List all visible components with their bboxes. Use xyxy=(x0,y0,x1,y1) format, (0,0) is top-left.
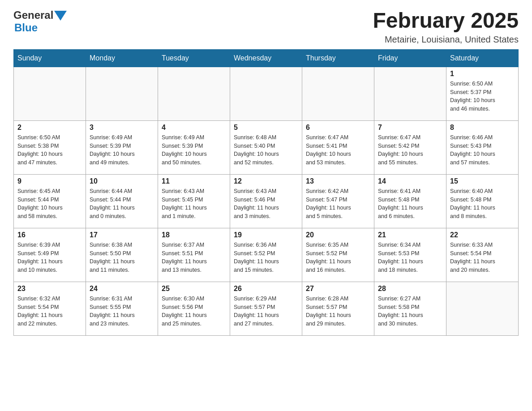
day-number: 15 xyxy=(450,177,515,185)
day-number: 9 xyxy=(17,177,82,185)
day-info: Sunrise: 6:31 AMSunset: 5:55 PMDaylight:… xyxy=(90,295,154,328)
day-number: 4 xyxy=(162,124,226,132)
day-number: 28 xyxy=(378,285,442,293)
day-number: 10 xyxy=(90,177,154,185)
svg-marker-0 xyxy=(54,11,67,21)
calendar-cell: 26Sunrise: 6:29 AMSunset: 5:57 PMDayligh… xyxy=(230,282,302,335)
logo-general-text: General xyxy=(13,9,53,21)
day-number: 17 xyxy=(90,231,154,239)
day-number: 13 xyxy=(306,177,370,185)
day-info: Sunrise: 6:47 AMSunset: 5:41 PMDaylight:… xyxy=(306,133,370,167)
calendar-cell: 4Sunrise: 6:49 AMSunset: 5:39 PMDaylight… xyxy=(158,120,230,174)
calendar-cell: 13Sunrise: 6:42 AMSunset: 5:47 PMDayligh… xyxy=(302,174,374,228)
month-title: February 2025 xyxy=(373,9,519,33)
logo-blue-text: Blue xyxy=(14,21,38,34)
calendar-cell: 10Sunrise: 6:44 AMSunset: 5:44 PMDayligh… xyxy=(86,174,158,228)
day-info: Sunrise: 6:33 AMSunset: 5:54 PMDaylight:… xyxy=(450,241,515,274)
calendar-cell: 17Sunrise: 6:38 AMSunset: 5:50 PMDayligh… xyxy=(86,228,158,282)
logo-arrow-icon xyxy=(54,11,67,21)
calendar-header-wednesday: Wednesday xyxy=(230,49,302,67)
day-number: 6 xyxy=(306,124,370,132)
day-info: Sunrise: 6:49 AMSunset: 5:39 PMDaylight:… xyxy=(90,133,154,167)
day-info: Sunrise: 6:43 AMSunset: 5:46 PMDaylight:… xyxy=(234,187,298,221)
day-info: Sunrise: 6:27 AMSunset: 5:58 PMDaylight:… xyxy=(378,295,442,328)
day-number: 18 xyxy=(162,231,226,239)
calendar-cell: 14Sunrise: 6:41 AMSunset: 5:48 PMDayligh… xyxy=(374,174,446,228)
calendar-week-4: 16Sunrise: 6:39 AMSunset: 5:49 PMDayligh… xyxy=(14,228,519,282)
calendar-cell: 8Sunrise: 6:46 AMSunset: 5:43 PMDaylight… xyxy=(446,120,519,174)
calendar-cell: 11Sunrise: 6:43 AMSunset: 5:45 PMDayligh… xyxy=(158,174,230,228)
day-info: Sunrise: 6:50 AMSunset: 5:38 PMDaylight:… xyxy=(17,133,82,167)
day-info: Sunrise: 6:46 AMSunset: 5:43 PMDaylight:… xyxy=(450,133,515,167)
day-number: 7 xyxy=(378,124,442,132)
day-info: Sunrise: 6:47 AMSunset: 5:42 PMDaylight:… xyxy=(378,133,442,167)
day-number: 21 xyxy=(378,231,442,239)
logo: General Blue xyxy=(13,9,67,34)
calendar-table: SundayMondayTuesdayWednesdayThursdayFrid… xyxy=(13,49,519,336)
calendar-cell: 2Sunrise: 6:50 AMSunset: 5:38 PMDaylight… xyxy=(14,120,86,174)
day-info: Sunrise: 6:35 AMSunset: 5:52 PMDaylight:… xyxy=(306,241,370,274)
day-number: 19 xyxy=(234,231,298,239)
day-info: Sunrise: 6:37 AMSunset: 5:51 PMDaylight:… xyxy=(162,241,226,274)
day-info: Sunrise: 6:39 AMSunset: 5:49 PMDaylight:… xyxy=(17,241,82,274)
day-number: 22 xyxy=(450,231,515,239)
calendar-cell: 19Sunrise: 6:36 AMSunset: 5:52 PMDayligh… xyxy=(230,228,302,282)
title-section: February 2025 Metairie, Louisiana, Unite… xyxy=(373,9,519,45)
calendar-week-3: 9Sunrise: 6:45 AMSunset: 5:44 PMDaylight… xyxy=(14,174,519,228)
calendar-cell: 7Sunrise: 6:47 AMSunset: 5:42 PMDaylight… xyxy=(374,120,446,174)
calendar-header-tuesday: Tuesday xyxy=(158,49,230,67)
calendar-cell xyxy=(374,67,446,120)
day-number: 25 xyxy=(162,285,226,293)
calendar-cell xyxy=(14,67,86,120)
day-info: Sunrise: 6:49 AMSunset: 5:39 PMDaylight:… xyxy=(162,133,226,167)
calendar-cell: 3Sunrise: 6:49 AMSunset: 5:39 PMDaylight… xyxy=(86,120,158,174)
day-info: Sunrise: 6:44 AMSunset: 5:44 PMDaylight:… xyxy=(90,187,154,221)
calendar-week-5: 23Sunrise: 6:32 AMSunset: 5:54 PMDayligh… xyxy=(14,282,519,335)
location-text: Metairie, Louisiana, United States xyxy=(373,34,519,45)
calendar-week-1: 1Sunrise: 6:50 AMSunset: 5:37 PMDaylight… xyxy=(14,67,519,120)
day-number: 16 xyxy=(17,231,82,239)
day-info: Sunrise: 6:41 AMSunset: 5:48 PMDaylight:… xyxy=(378,187,442,221)
calendar-cell: 18Sunrise: 6:37 AMSunset: 5:51 PMDayligh… xyxy=(158,228,230,282)
calendar-cell: 24Sunrise: 6:31 AMSunset: 5:55 PMDayligh… xyxy=(86,282,158,335)
calendar-header-saturday: Saturday xyxy=(446,49,519,67)
day-info: Sunrise: 6:28 AMSunset: 5:57 PMDaylight:… xyxy=(306,295,370,328)
calendar-cell xyxy=(302,67,374,120)
calendar-header-sunday: Sunday xyxy=(14,49,86,67)
calendar-cell xyxy=(158,67,230,120)
day-info: Sunrise: 6:50 AMSunset: 5:37 PMDaylight:… xyxy=(450,80,515,113)
day-info: Sunrise: 6:45 AMSunset: 5:44 PMDaylight:… xyxy=(17,187,82,221)
day-info: Sunrise: 6:30 AMSunset: 5:56 PMDaylight:… xyxy=(162,295,226,328)
day-info: Sunrise: 6:32 AMSunset: 5:54 PMDaylight:… xyxy=(17,295,82,328)
calendar-cell: 5Sunrise: 6:48 AMSunset: 5:40 PMDaylight… xyxy=(230,120,302,174)
day-info: Sunrise: 6:43 AMSunset: 5:45 PMDaylight:… xyxy=(162,187,226,221)
calendar-cell: 16Sunrise: 6:39 AMSunset: 5:49 PMDayligh… xyxy=(14,228,86,282)
calendar-cell: 21Sunrise: 6:34 AMSunset: 5:53 PMDayligh… xyxy=(374,228,446,282)
day-number: 26 xyxy=(234,285,298,293)
page-header: General Blue February 2025 Metairie, Lou… xyxy=(13,9,519,45)
day-number: 8 xyxy=(450,124,515,132)
calendar-cell xyxy=(86,67,158,120)
calendar-cell: 23Sunrise: 6:32 AMSunset: 5:54 PMDayligh… xyxy=(14,282,86,335)
day-number: 12 xyxy=(234,177,298,185)
day-number: 24 xyxy=(90,285,154,293)
calendar-cell: 20Sunrise: 6:35 AMSunset: 5:52 PMDayligh… xyxy=(302,228,374,282)
day-info: Sunrise: 6:40 AMSunset: 5:48 PMDaylight:… xyxy=(450,187,515,221)
calendar-cell xyxy=(230,67,302,120)
calendar-week-2: 2Sunrise: 6:50 AMSunset: 5:38 PMDaylight… xyxy=(14,120,519,174)
calendar-cell: 1Sunrise: 6:50 AMSunset: 5:37 PMDaylight… xyxy=(446,67,519,120)
day-number: 11 xyxy=(162,177,226,185)
calendar-cell: 12Sunrise: 6:43 AMSunset: 5:46 PMDayligh… xyxy=(230,174,302,228)
day-number: 20 xyxy=(306,231,370,239)
calendar-cell: 9Sunrise: 6:45 AMSunset: 5:44 PMDaylight… xyxy=(14,174,86,228)
day-number: 3 xyxy=(90,124,154,132)
calendar-cell: 22Sunrise: 6:33 AMSunset: 5:54 PMDayligh… xyxy=(446,228,519,282)
calendar-cell: 6Sunrise: 6:47 AMSunset: 5:41 PMDaylight… xyxy=(302,120,374,174)
day-info: Sunrise: 6:34 AMSunset: 5:53 PMDaylight:… xyxy=(378,241,442,274)
day-number: 23 xyxy=(17,285,82,293)
day-info: Sunrise: 6:36 AMSunset: 5:52 PMDaylight:… xyxy=(234,241,298,274)
day-number: 27 xyxy=(306,285,370,293)
calendar-header-monday: Monday xyxy=(86,49,158,67)
day-info: Sunrise: 6:38 AMSunset: 5:50 PMDaylight:… xyxy=(90,241,154,274)
calendar-cell xyxy=(446,282,519,335)
